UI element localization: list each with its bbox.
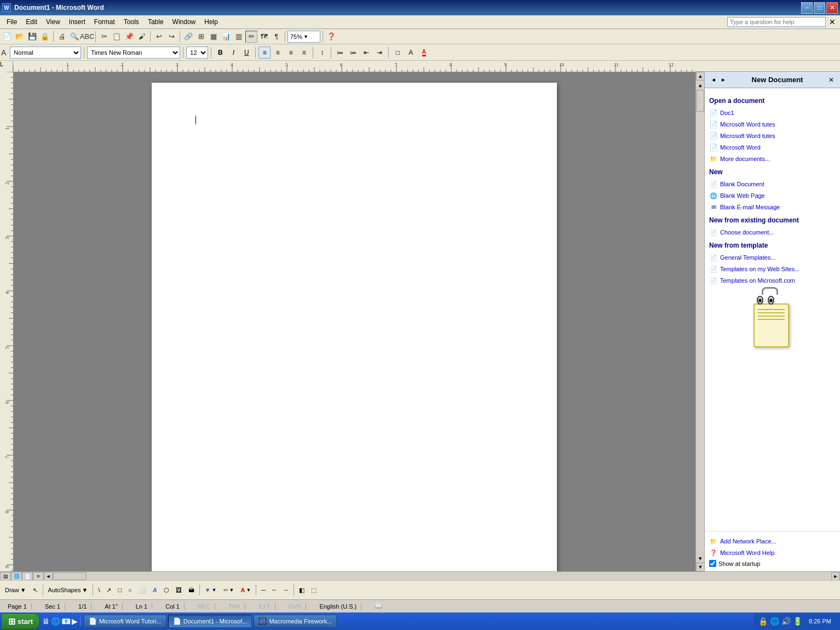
scroll-right-button[interactable]: ► (831, 572, 840, 581)
ask-close-button[interactable]: ✕ (828, 18, 837, 26)
menu-help[interactable]: Help (200, 17, 222, 27)
new-button[interactable]: 📄 (1, 31, 13, 43)
diagram-tool[interactable]: ⬡ (161, 583, 172, 597)
scroll-up-button[interactable]: ▲ (696, 72, 705, 81)
panel-back-button[interactable]: ◄ (709, 76, 718, 84)
undo-button[interactable]: ↩ (153, 31, 165, 43)
outside-border-button[interactable]: □ (392, 47, 404, 59)
line-spacing-button[interactable]: ↕ (316, 47, 328, 59)
blank-doc-link[interactable]: 📄 Blank Document (709, 179, 836, 189)
draw-dropdown-button[interactable]: Draw ▼ (2, 583, 29, 597)
ms-templates-link[interactable]: 📄 Templates on Microsoft.com (709, 276, 836, 285)
menu-edit[interactable]: Edit (21, 17, 42, 27)
clip-art-button[interactable]: 🖼 (173, 583, 185, 597)
taskbar-word-tutes[interactable]: 📄 Microsoft Word Tutori... (84, 615, 166, 628)
oval-tool[interactable]: ○ (125, 583, 135, 597)
word-tutes-2-link[interactable]: 📄 Microsoft Word tutes (709, 131, 836, 141)
horizontal-scroll-thumb[interactable] (53, 572, 86, 580)
dash-style-button[interactable]: ╌ (269, 583, 279, 597)
start-button[interactable]: ⊞ start (1, 613, 40, 629)
rectangle-tool[interactable]: □ (115, 583, 124, 597)
wordart-tool[interactable]: A (150, 583, 160, 597)
tray-battery[interactable]: 🔋 (793, 617, 802, 626)
blank-email-link[interactable]: ✉ Blank E-mail Message (709, 202, 836, 212)
panel-forward-button[interactable]: ► (719, 76, 728, 84)
document-map-button[interactable]: 🗺 (258, 31, 270, 43)
align-center-button[interactable]: ≡ (272, 47, 284, 59)
font-dropdown[interactable]: Times New Roman (87, 47, 180, 59)
show-hide-button[interactable]: ¶ (271, 31, 283, 43)
scroll-left-button[interactable]: ◄ (44, 572, 53, 581)
tables-borders-button[interactable]: ⊞ (195, 31, 207, 43)
bullets-button[interactable]: ≔ (334, 47, 346, 59)
hyperlink-button[interactable]: 🔗 (182, 31, 194, 43)
cut-button[interactable]: ✂ (98, 31, 110, 43)
print-button[interactable]: 🖨 (56, 31, 68, 43)
help-button[interactable]: ❓ (325, 31, 337, 43)
word-help-link[interactable]: ❓ Microsoft Word Help (709, 548, 836, 558)
align-left-button[interactable]: ≡ (258, 47, 271, 59)
autoshapes-button[interactable]: AutoShapes ▼ (45, 583, 91, 597)
insert-excel-button[interactable]: 📊 (220, 31, 232, 43)
arrow-tool[interactable]: ↗ (103, 583, 114, 597)
open-button[interactable]: 📂 (14, 31, 26, 43)
tray-network[interactable]: 🌐 (770, 617, 779, 626)
decrease-indent-button[interactable]: ⇤ (360, 47, 372, 59)
web-templates-link[interactable]: 📄 Templates on my Web Sites... (709, 264, 836, 274)
close-window-button[interactable]: ✕ (826, 2, 838, 14)
outline-view-button[interactable]: ≡ (33, 572, 44, 581)
numbering-button[interactable]: ≔ (347, 47, 359, 59)
line-style-button[interactable]: ─ (258, 583, 268, 597)
spelling-button[interactable]: ABC (81, 31, 93, 43)
arrow-style-button[interactable]: → (280, 583, 291, 597)
menu-table[interactable]: Table (143, 17, 168, 27)
add-network-place-link[interactable]: 📁 Add Network Place... (709, 536, 836, 546)
align-right-button[interactable]: ≡ (285, 47, 297, 59)
select-objects-button[interactable]: ↖ (30, 583, 41, 597)
tray-security[interactable]: 🔒 (758, 617, 768, 626)
ie-icon[interactable]: 🌐 (51, 617, 60, 626)
size-dropdown[interactable]: 12 (186, 47, 208, 59)
print-view-button[interactable]: 📄 (22, 572, 33, 581)
font-color-button[interactable]: A (418, 47, 430, 59)
menu-window[interactable]: Window (168, 17, 200, 27)
normal-view-button[interactable]: ▤ (0, 572, 11, 581)
web-view-button[interactable]: 🌐 (11, 572, 22, 581)
increase-indent-button[interactable]: ⇥ (373, 47, 386, 59)
taskbar-fireworks[interactable]: 🎆 Macromedia Firework... (254, 615, 337, 628)
copy-button[interactable]: 📋 (111, 31, 123, 43)
tray-volume[interactable]: 🔊 (781, 617, 791, 626)
panel-close-button[interactable]: ✕ (827, 76, 836, 84)
choose-doc-link[interactable]: 📄 Choose document... (709, 227, 836, 237)
taskbar-document1[interactable]: 📄 Document1 - Microsof... (168, 615, 252, 628)
permission-button[interactable]: 🔒 (39, 31, 51, 43)
style-dropdown[interactable]: Normal (10, 47, 81, 59)
font-color-draw-button[interactable]: A ▼ (238, 583, 254, 597)
highlight-button[interactable]: A (405, 47, 417, 59)
more-docs-link[interactable]: 📁 More documents... (709, 154, 836, 164)
media-icon[interactable]: ▶ (72, 617, 78, 626)
scroll-nav-up[interactable]: ▴ (696, 81, 704, 89)
blank-web-link[interactable]: 🌐 Blank Web Page (709, 191, 836, 201)
line-tool[interactable]: \ (95, 583, 102, 597)
microsoft-word-link[interactable]: 📄 Microsoft Word (709, 142, 836, 152)
fill-color-button[interactable]: ▼ ▼ (202, 583, 220, 597)
scroll-thumb[interactable] (697, 90, 704, 112)
text-box-tool[interactable]: ⬜ (136, 583, 149, 597)
insert-picture-button[interactable]: 🏔 (186, 583, 197, 597)
columns-button[interactable]: ▥ (233, 31, 245, 43)
scroll-down-button[interactable]: ▼ (696, 563, 705, 571)
redo-button[interactable]: ↪ (165, 31, 177, 43)
paste-button[interactable]: 📌 (123, 31, 135, 43)
menu-format[interactable]: Format (90, 17, 119, 27)
outlook-icon[interactable]: 📧 (61, 617, 71, 626)
show-at-startup-checkbox[interactable] (709, 560, 716, 567)
document-page[interactable] (152, 83, 557, 571)
3d-button[interactable]: ⬚ (308, 583, 319, 597)
bold-button[interactable]: B (214, 47, 226, 59)
justify-button[interactable]: ≡ (298, 47, 310, 59)
general-templates-link[interactable]: 📄 General Templates... (709, 253, 836, 262)
underline-button[interactable]: U (240, 47, 252, 59)
word-tutes-1-link[interactable]: 📄 Microsoft Word tutes (709, 119, 836, 129)
line-color-button[interactable]: ✏ ▼ (221, 583, 237, 597)
